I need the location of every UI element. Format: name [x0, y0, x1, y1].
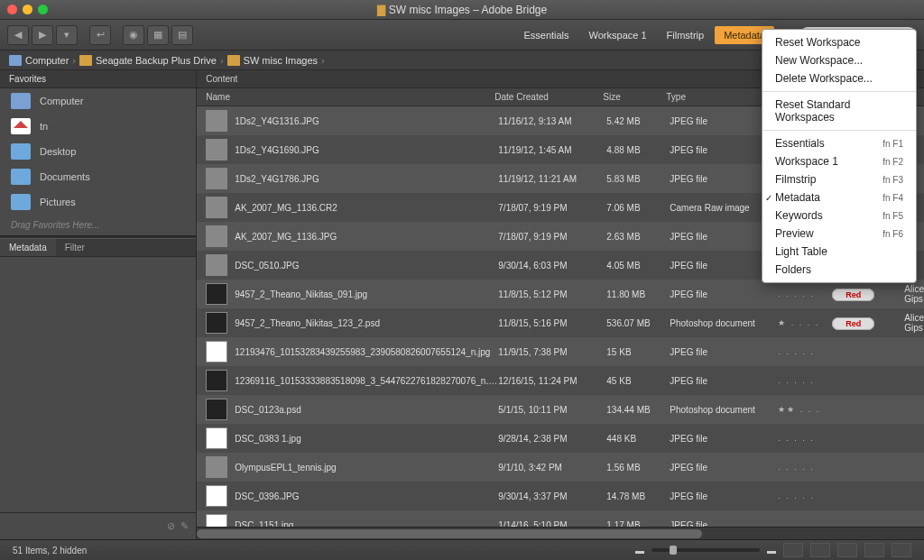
file-rating: . . . . . [778, 347, 832, 356]
metadata-panel-tab[interactable]: Metadata [0, 239, 56, 256]
workspace-tab-essentials[interactable]: Essentials [514, 26, 578, 44]
workspace-dropdown: Reset WorkspaceNew Workspace...Delete Wo… [762, 29, 917, 283]
filter-panel-tab[interactable]: Filter [56, 239, 94, 256]
workspace-menu-item[interactable]: Reset Workspace [762, 33, 916, 51]
home-icon [11, 118, 31, 134]
file-name: DSC_0396.JPG [235, 491, 498, 501]
file-label: Red [832, 289, 904, 299]
file-name: 12193476_10153283439255983_2390580826007… [235, 347, 498, 357]
workspace-menu-item[interactable]: ✓Metadatafn F4 [762, 188, 916, 207]
file-type: JPEG file [670, 520, 778, 528]
close-window-button[interactable] [7, 5, 17, 14]
favorite-item[interactable]: Pictures [0, 189, 196, 215]
workspace-menu-item[interactable]: Workspace 1fn F2 [762, 152, 916, 170]
file-row[interactable]: OlympusEPL1_tennis.jpg 9/1/10, 3:42 PM 1… [197, 453, 924, 482]
workspace-menu-item[interactable]: Previewfn F6 [762, 225, 916, 243]
folder-icon [11, 169, 31, 185]
favorite-item[interactable]: Computer [0, 88, 196, 114]
file-size: 14.78 MB [606, 491, 670, 501]
view-grid-button[interactable] [810, 543, 830, 557]
workspace-tab-filmstrip[interactable]: Filmstrip [658, 26, 714, 44]
file-row[interactable]: 12193476_10153283439255983_2390580826007… [197, 337, 924, 366]
file-name: 9457_2_Theano_Nikitas_123_2.psd [235, 318, 498, 328]
file-name: 1Ds2_Y4G1316.JPG [235, 116, 498, 126]
zoom-out-icon[interactable]: ▬ [635, 546, 644, 555]
file-date: 11/8/15, 5:16 PM [498, 318, 606, 328]
file-date: 7/18/07, 9:19 PM [498, 232, 606, 242]
file-size: 11.80 MB [606, 289, 670, 299]
file-row[interactable]: DSC_0396.JPG 9/30/14, 3:37 PM 14.78 MB J… [197, 482, 924, 510]
view-thumb-button[interactable] [837, 543, 857, 557]
thumbnail-slider[interactable] [651, 548, 760, 552]
minimize-window-button[interactable] [23, 5, 32, 14]
zoom-window-button[interactable] [38, 5, 48, 14]
view-lock-button[interactable] [783, 543, 803, 557]
workspace-menu-item[interactable]: Keywordsfn F5 [762, 207, 916, 225]
workspace-menu-item[interactable]: Light Table [762, 243, 916, 261]
file-rating: . . . . . [778, 376, 832, 385]
file-creator: Alice Gips [904, 284, 924, 304]
status-text: 51 Items, 2 hidden [13, 546, 87, 555]
workspace-menu-item[interactable]: New Workspace... [762, 51, 916, 69]
file-date: 7/18/07, 9:19 PM [498, 203, 606, 213]
camera-icon[interactable]: ◉ [123, 25, 144, 45]
thumbnail [206, 254, 227, 276]
workspace-menu-item[interactable]: Essentialsfn F1 [762, 134, 916, 152]
breadcrumb-folder[interactable]: SW misc Images [227, 55, 319, 66]
workspace-tab-workspace1[interactable]: Workspace 1 [580, 26, 656, 44]
reveal-button[interactable]: ▾ [56, 25, 78, 45]
zoom-in-icon[interactable]: ▬ [767, 546, 776, 555]
label-chip: Red [832, 317, 874, 330]
breadcrumb-drive[interactable]: Seagate Backup Plus Drive [79, 55, 217, 66]
nav-back-button[interactable]: ◀ [7, 25, 29, 45]
file-size: 7.06 MB [606, 203, 670, 213]
cancel-icon[interactable]: ⊘ [167, 520, 175, 532]
horizontal-scrollbar[interactable] [197, 527, 924, 539]
workspace-menu-item[interactable]: Delete Workspace... [762, 69, 916, 87]
left-sidebar: Favorites ComputertnDesktopDocumentsPict… [0, 70, 197, 539]
titlebar: ▇SW misc Images – Adobe Bridge [0, 0, 924, 20]
output-icon[interactable]: ▤ [171, 25, 193, 45]
workspace-menu-item[interactable]: Filmstripfn F3 [762, 170, 916, 188]
file-row[interactable]: DSC_0383 1.jpg 9/28/14, 2:38 PM 448 KB J… [197, 424, 924, 453]
boomerang-icon[interactable]: ↩ [89, 25, 111, 45]
column-type[interactable]: Type [666, 92, 774, 102]
favorite-item[interactable]: Documents [0, 164, 196, 189]
column-date[interactable]: Date Created [494, 92, 603, 102]
file-size: 5.83 MB [606, 174, 670, 184]
file-name: DSC_0510.JPG [235, 261, 498, 271]
file-type: JPEG file [670, 463, 778, 473]
favorite-item[interactable]: tn [0, 114, 196, 139]
new-icon[interactable]: ✎ [180, 520, 189, 532]
file-row[interactable]: 9457_2_Theano_Nikitas_123_2.psd 11/8/15,… [197, 308, 924, 337]
file-row[interactable]: DSC_0123a.psd 5/1/15, 10:11 PM 134.44 MB… [197, 395, 924, 424]
file-row[interactable]: 9457_2_Theano_Nikitas_091.jpg 11/8/15, 5… [197, 280, 924, 308]
workspace-menu-item[interactable]: Reset Standard Workspaces [762, 96, 916, 126]
file-size: 448 KB [606, 434, 670, 444]
favorite-label: tn [40, 121, 48, 132]
column-name[interactable]: Name [197, 92, 494, 102]
favorites-panel-title[interactable]: Favorites [0, 70, 196, 88]
favorite-item[interactable]: Desktop [0, 139, 196, 164]
thumbnail [206, 110, 227, 132]
file-row[interactable]: DSC_1151.jpg 1/14/16, 5:10 PM 1.17 MB JP… [197, 510, 924, 527]
breadcrumb-computer[interactable]: Computer [9, 55, 69, 66]
file-creator: Alice Gips [904, 313, 924, 333]
file-rating: . . . . . [778, 289, 832, 298]
view-details-button[interactable] [864, 543, 884, 557]
file-type: JPEG file [670, 491, 778, 501]
view-list-button[interactable] [892, 543, 911, 557]
file-size: 4.05 MB [606, 261, 670, 271]
file-date: 11/19/12, 11:21 AM [498, 174, 606, 184]
file-size: 1.56 MB [606, 463, 670, 473]
file-rating: . . . . . [778, 520, 832, 527]
file-row[interactable]: 12369116_10153333883518098_3_54476227618… [197, 366, 924, 395]
file-type: Photoshop document [670, 318, 778, 328]
workspace-menu-item[interactable]: Folders [762, 261, 916, 279]
nav-forward-button[interactable]: ▶ [32, 25, 53, 45]
label-chip: Red [832, 289, 874, 301]
thumbnail [206, 456, 227, 478]
refine-icon[interactable]: ▦ [147, 25, 169, 45]
file-size: 536.07 MB [606, 318, 670, 328]
column-size[interactable]: Size [603, 92, 666, 102]
